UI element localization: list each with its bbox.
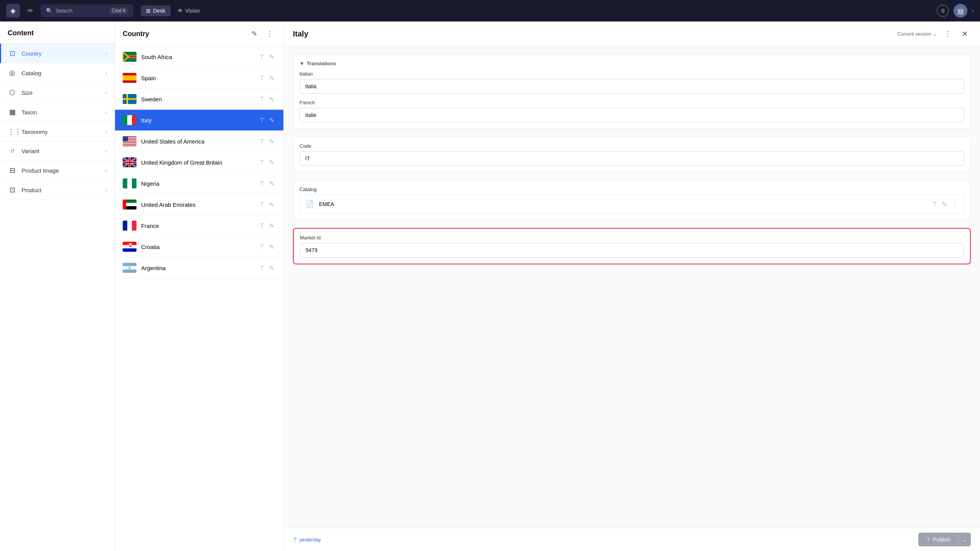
unlink-icon[interactable]: ⊤: [258, 95, 266, 104]
list-item[interactable]: Spain ⊤ ✎: [115, 68, 283, 89]
unlink-icon[interactable]: ⊤: [258, 137, 266, 146]
sidebar-label-taxonomy: Taxonomy: [21, 129, 48, 135]
catalog-edit-icon[interactable]: ✎: [941, 199, 949, 210]
french-input[interactable]: [299, 108, 964, 122]
edit-icon[interactable]: ✎: [268, 264, 276, 272]
current-version-button[interactable]: Current version ⌄: [897, 31, 937, 37]
search-text: Search: [56, 8, 72, 14]
list-item-actions: ⊤ ✎: [258, 243, 276, 251]
svg-rect-47: [128, 245, 130, 247]
country-icon: ⊡: [8, 49, 17, 58]
edit-icon[interactable]: ✎: [268, 221, 276, 230]
edit-icon[interactable]: ✎: [268, 179, 276, 188]
sidebar-label-country: Country: [21, 50, 42, 57]
unlink-icon[interactable]: ⊤: [258, 53, 266, 61]
svg-point-52: [128, 267, 131, 269]
detail-close-button[interactable]: ✕: [959, 28, 971, 40]
sidebar-item-size[interactable]: ⬡ Size ›: [0, 83, 115, 102]
list-item-italy[interactable]: Italy ⊤ ✎: [115, 110, 283, 131]
sidebar-label-catalog: Catalog: [21, 70, 41, 76]
edit-icon[interactable]: ✎: [268, 158, 276, 167]
publish-icon: ⊤: [926, 536, 931, 543]
nigeria-flag: [123, 178, 136, 188]
edit-icon[interactable]: ✎: [268, 137, 276, 146]
app-logo[interactable]: ◈: [6, 4, 20, 18]
unlink-icon[interactable]: ⊤: [258, 221, 266, 230]
svg-rect-40: [132, 221, 136, 231]
list-item-actions: ⊤ ✎: [258, 221, 276, 230]
list-item[interactable]: Argentina ⊤ ✎: [115, 257, 283, 279]
unlink-icon[interactable]: ⊤: [258, 74, 266, 82]
catalog-unlink-icon[interactable]: ⊤: [931, 199, 939, 210]
catalog-row-actions: ⊤ ✎ ⋮: [931, 199, 959, 210]
publish-dropdown-button[interactable]: ⌄: [958, 533, 971, 546]
list-edit-button[interactable]: ✎: [248, 28, 260, 40]
edit-icon[interactable]: ✎: [268, 53, 276, 61]
svg-rect-31: [123, 178, 127, 188]
list-more-button[interactable]: ⋮: [263, 28, 276, 40]
svg-rect-38: [123, 221, 127, 231]
edit-icon[interactable]: ✎: [268, 116, 276, 125]
code-input[interactable]: [299, 151, 964, 166]
unlink-icon[interactable]: ⊤: [258, 264, 266, 272]
svg-rect-33: [132, 178, 136, 188]
unlink-icon[interactable]: ⊤: [258, 243, 266, 251]
svg-rect-45: [128, 243, 130, 245]
unlink-icon[interactable]: ⊤: [258, 200, 266, 209]
sidebar-header: Content: [0, 21, 115, 44]
list-item[interactable]: Sweden ⊤ ✎: [115, 89, 283, 110]
sidebar-item-taxon[interactable]: ▦ Taxon ›: [0, 102, 115, 122]
croatia-flag: [123, 242, 136, 252]
desk-icon: ⊞: [146, 8, 151, 14]
edit-icon[interactable]: ✎: [268, 200, 276, 209]
list-item[interactable]: United Arab Emirates ⊤ ✎: [115, 194, 283, 215]
edit-icon[interactable]: ✏: [25, 5, 36, 16]
current-version-chevron-icon: ⌄: [933, 31, 937, 37]
edit-icon[interactable]: ✎: [268, 95, 276, 104]
current-version-label: Current version: [897, 31, 931, 37]
italian-label: Italian: [299, 71, 964, 77]
catalog-label: Catalog: [299, 186, 964, 192]
unlink-icon[interactable]: ⊤: [258, 179, 266, 188]
chevron-right-icon: ›: [105, 109, 107, 115]
french-label: French: [299, 100, 964, 106]
italian-input[interactable]: [299, 79, 964, 94]
list-item[interactable]: France ⊤ ✎: [115, 215, 283, 236]
list-item[interactable]: United Kingdom of Great Britain ⊤ ✎: [115, 152, 283, 173]
edit-icon[interactable]: ✎: [268, 74, 276, 82]
sidebar-item-product[interactable]: ⊡ Product ›: [0, 180, 115, 200]
market-id-input[interactable]: [300, 243, 964, 257]
product-image-icon: ⊟: [8, 166, 17, 175]
unlink-icon[interactable]: ⊤: [258, 116, 266, 125]
topnav: ◈ ✏ 🔍 Search Cmd K ⊞ Desk 👁 Vision 0 🤖 ›: [0, 0, 980, 21]
list-item-actions: ⊤ ✎: [258, 53, 276, 61]
svg-rect-43: [123, 248, 136, 252]
sidebar-item-variant[interactable]: ⑁ Variant ›: [0, 142, 115, 161]
catalog-more-icon[interactable]: ⋮: [950, 199, 959, 210]
svg-rect-32: [127, 178, 132, 188]
svg-rect-20: [123, 145, 136, 145]
svg-rect-7: [123, 76, 136, 81]
sidebar-item-taxonomy[interactable]: ⋮⋮ Taxonomy ›: [0, 122, 115, 142]
sidebar-item-country[interactable]: ⊡ Country ›: [0, 44, 115, 63]
vision-icon: 👁: [178, 8, 183, 14]
list-item[interactable]: Nigeria ⊤ ✎: [115, 173, 283, 194]
code-label: Code: [299, 143, 964, 149]
unlink-icon[interactable]: ⊤: [258, 158, 266, 167]
list-item[interactable]: South Africa ⊤ ✎: [115, 46, 283, 68]
sweden-flag: [123, 94, 136, 104]
list-item[interactable]: United States of America ⊤ ✎: [115, 131, 283, 152]
notification-badge[interactable]: 0: [937, 5, 949, 17]
tab-vision[interactable]: 👁 Vision: [172, 5, 205, 16]
avatar[interactable]: 🤖: [954, 4, 967, 18]
list-item[interactable]: Croatia ⊤ ✎: [115, 236, 283, 257]
search-bar[interactable]: 🔍 Search Cmd K: [41, 5, 133, 17]
topnav-chevron-icon: ›: [972, 8, 974, 14]
publish-button[interactable]: ⊤ Publish: [918, 533, 958, 546]
tab-desk[interactable]: ⊞ Desk: [141, 5, 171, 16]
detail-more-button[interactable]: ⋮: [942, 28, 954, 40]
sidebar-item-catalog[interactable]: ◎ Catalog ›: [0, 63, 115, 83]
edit-icon[interactable]: ✎: [268, 243, 276, 251]
sidebar-item-product-image[interactable]: ⊟ Product Image ›: [0, 161, 115, 180]
list-panel-title: Country: [123, 30, 149, 38]
